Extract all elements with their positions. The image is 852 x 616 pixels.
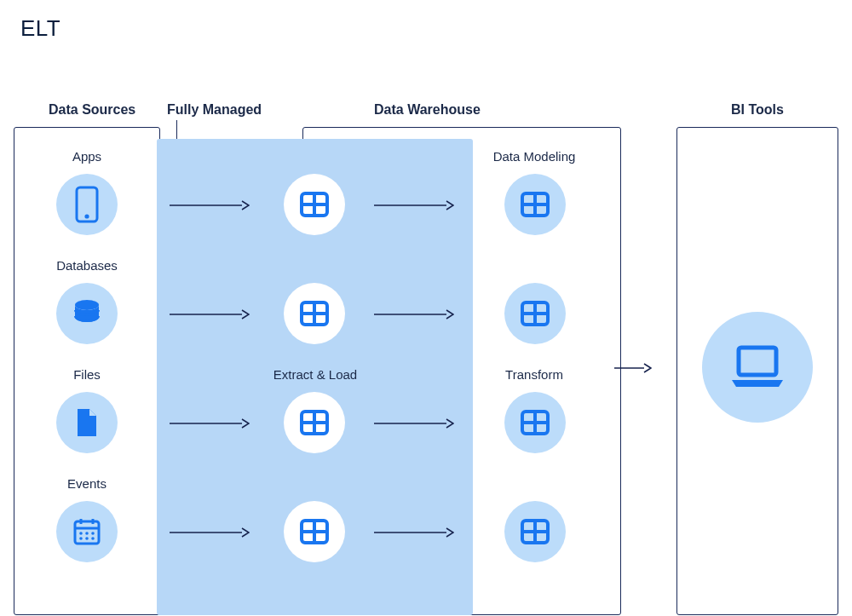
svg-point-30 bbox=[79, 537, 83, 540]
managed-tick bbox=[176, 120, 177, 139]
src-label-apps: Apps bbox=[44, 149, 130, 164]
stage-label-modeling: Data Modeling bbox=[483, 149, 585, 164]
diagram-title: ELT bbox=[20, 15, 60, 42]
table-icon bbox=[504, 392, 566, 453]
col-header-bi: BI Tools bbox=[731, 102, 784, 118]
calendar-icon bbox=[56, 501, 118, 562]
table-icon bbox=[284, 501, 345, 562]
col-header-sources: Data Sources bbox=[49, 102, 135, 118]
svg-point-31 bbox=[85, 537, 89, 540]
svg-point-29 bbox=[91, 532, 95, 535]
table-icon bbox=[284, 392, 345, 453]
arrow-icon bbox=[169, 199, 250, 201]
file-icon bbox=[56, 392, 118, 453]
col-header-managed: Fully Managed bbox=[167, 102, 262, 118]
table-icon bbox=[504, 174, 566, 235]
arrow-icon bbox=[169, 308, 250, 310]
stage-label-transform: Transform bbox=[483, 367, 585, 382]
svg-point-32 bbox=[91, 537, 95, 540]
database-icon bbox=[56, 283, 118, 344]
arrow-icon bbox=[169, 417, 250, 419]
phone-icon bbox=[56, 174, 118, 235]
laptop-icon bbox=[702, 312, 813, 423]
svg-point-10 bbox=[75, 300, 99, 310]
table-icon bbox=[284, 174, 345, 235]
arrow-icon bbox=[169, 527, 250, 528]
arrow-icon bbox=[373, 417, 454, 419]
src-label-databases: Databases bbox=[44, 258, 130, 273]
arrow-icon bbox=[373, 199, 454, 201]
src-label-events: Events bbox=[44, 476, 130, 491]
svg-point-28 bbox=[85, 532, 89, 535]
svg-rect-39 bbox=[739, 348, 776, 375]
table-icon bbox=[504, 501, 566, 562]
col-header-warehouse: Data Warehouse bbox=[374, 102, 481, 118]
arrow-icon bbox=[613, 362, 652, 364]
table-icon bbox=[504, 283, 566, 344]
svg-point-1 bbox=[84, 214, 89, 218]
src-label-files: Files bbox=[44, 367, 130, 382]
elt-diagram: ELT Data Sources Fully Managed Data Ware… bbox=[0, 0, 852, 616]
arrow-icon bbox=[373, 527, 454, 528]
stage-label-extract-load: Extract & Load bbox=[264, 367, 366, 382]
table-icon bbox=[284, 283, 345, 344]
svg-point-27 bbox=[79, 532, 83, 535]
arrow-icon bbox=[373, 308, 454, 310]
